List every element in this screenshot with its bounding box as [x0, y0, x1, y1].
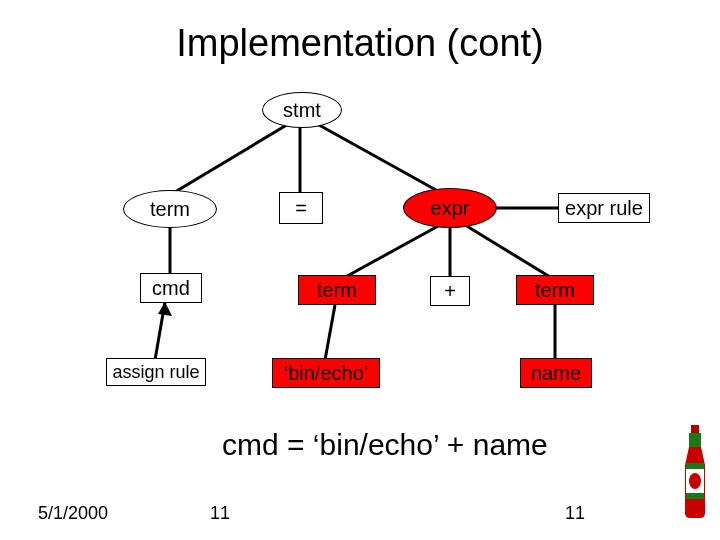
svg-marker-9 — [158, 302, 172, 316]
node-name: name — [520, 358, 592, 388]
svg-rect-15 — [686, 463, 704, 469]
footer-page-left: 11 — [210, 503, 230, 524]
slide: Implementation (cont) stmt term = expr e… — [0, 0, 720, 540]
node-term-right: term — [516, 275, 594, 305]
tabasco-bottle-icon — [680, 425, 710, 520]
svg-line-0 — [170, 120, 295, 195]
node-term-mid: term — [298, 275, 376, 305]
node-bin-echo: ‘bin/echo’ — [272, 358, 380, 388]
node-plus-label: + — [444, 280, 456, 303]
footer-page-right: 11 — [565, 503, 585, 524]
svg-line-8 — [155, 302, 165, 360]
node-assign-rule: assign rule — [106, 358, 206, 386]
node-equals-label: = — [295, 197, 307, 220]
svg-line-5 — [340, 225, 440, 280]
node-equals: = — [279, 192, 323, 224]
node-name-label: name — [531, 362, 581, 385]
node-assign-rule-label: assign rule — [112, 362, 199, 383]
node-expr-label: expr — [431, 197, 470, 220]
node-bin-echo-label: ‘bin/echo’ — [284, 362, 369, 385]
footer-date: 5/1/2000 — [38, 503, 108, 524]
svg-line-2 — [310, 120, 445, 195]
node-cmd: cmd — [140, 273, 202, 303]
node-term-right-label: term — [535, 279, 575, 302]
slide-title: Implementation (cont) — [0, 22, 720, 65]
svg-line-10 — [325, 305, 335, 360]
svg-rect-16 — [686, 493, 704, 499]
node-stmt-label: stmt — [283, 99, 321, 122]
node-expr-rule-label: expr rule — [565, 197, 643, 220]
node-term-left-label: term — [150, 198, 190, 221]
node-stmt: stmt — [262, 92, 342, 128]
svg-rect-13 — [689, 433, 701, 447]
svg-line-7 — [465, 225, 555, 280]
svg-rect-12 — [691, 425, 699, 433]
node-cmd-label: cmd — [152, 277, 190, 300]
node-plus: + — [430, 276, 470, 306]
summary-expression: cmd = ‘bin/echo’ + name — [222, 428, 548, 462]
node-expr-rule: expr rule — [558, 193, 650, 223]
svg-point-17 — [689, 473, 701, 489]
node-expr: expr — [403, 188, 497, 228]
node-term-left: term — [123, 190, 217, 228]
node-term-mid-label: term — [317, 279, 357, 302]
